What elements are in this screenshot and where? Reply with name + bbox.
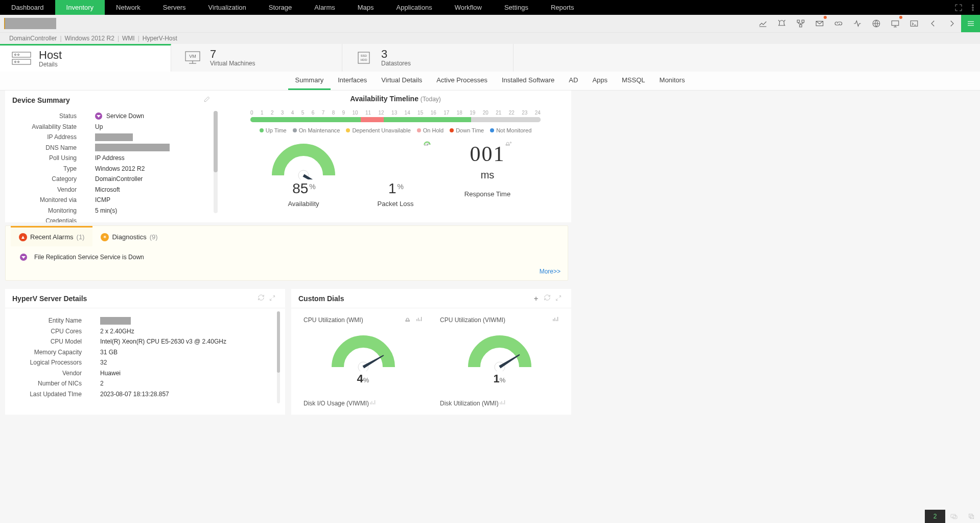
dial-graph-icon[interactable] xyxy=(415,315,423,324)
menu-icon[interactable] xyxy=(961,15,980,32)
globe-icon[interactable] xyxy=(867,15,885,32)
availability-gauge: 85% Availability xyxy=(265,142,342,208)
bottom-stack-icon[interactable] xyxy=(963,510,980,523)
alarm-tab-recent-alarms[interactable]: ▲Recent Alarms (1) xyxy=(11,226,92,246)
alarm-icon[interactable] xyxy=(772,15,791,32)
subtab-summary[interactable]: Summary xyxy=(288,72,331,90)
subtab-interfaces[interactable]: Interfaces xyxy=(331,72,374,90)
crumb-item[interactable]: WMI xyxy=(122,35,135,42)
terminal-icon[interactable] xyxy=(904,15,923,32)
hyperv-scrollbar[interactable] xyxy=(277,311,280,403)
alarms-more-link[interactable]: More>> xyxy=(11,268,568,280)
gauge-settings-icon[interactable] xyxy=(505,140,512,147)
nav-tab-virtualization[interactable]: Virtualization xyxy=(197,0,258,15)
entity-tabs: HostDetailsVM7Virtual MachinesSSDHDD3Dat… xyxy=(0,44,980,72)
dial-settings-icon[interactable] xyxy=(405,315,412,324)
svg-rect-63 xyxy=(953,516,957,519)
dial-0: CPU Utilization (WMI)4% xyxy=(304,315,423,385)
nav-tab-storage[interactable]: Storage xyxy=(258,0,304,15)
crumb-item[interactable]: Windows 2012 R2 xyxy=(65,35,114,42)
subtab-active-processes[interactable]: Active Processes xyxy=(429,72,495,90)
svg-point-18 xyxy=(15,54,16,55)
edit-icon[interactable] xyxy=(201,96,213,104)
ds-icon: SSDHDD xyxy=(354,49,374,66)
svg-rect-62 xyxy=(951,514,955,518)
breadcrumb: DomainController|Windows 2012 R2|WMI|Hyp… xyxy=(0,33,980,44)
fire-icon: ▲ xyxy=(19,233,27,241)
summary-row: StatusService Down xyxy=(5,111,209,121)
nav-tab-network[interactable]: Network xyxy=(105,0,152,15)
subtab-virtual-details[interactable]: Virtual Details xyxy=(374,72,429,90)
bottom-count-badge[interactable]: 2 xyxy=(925,510,945,523)
bottom-bar: 2 xyxy=(925,510,980,523)
subtab-installed-software[interactable]: Installed Software xyxy=(495,72,562,90)
svg-point-1 xyxy=(972,7,974,8)
display-icon[interactable] xyxy=(885,15,904,32)
nav-tab-reports[interactable]: Reports xyxy=(540,0,586,15)
tree-icon[interactable] xyxy=(791,15,810,32)
svg-rect-16 xyxy=(12,52,31,57)
subtab-monitors[interactable]: Monitors xyxy=(652,72,692,90)
svg-marker-34 xyxy=(427,143,430,145)
alarm-text[interactable]: File Replication Service Service is Down xyxy=(34,254,144,261)
more-icon[interactable] xyxy=(966,0,980,15)
nav-tab-maps[interactable]: Maps xyxy=(346,0,385,15)
bottom-chat-icon[interactable] xyxy=(945,510,963,523)
vm-icon: VM xyxy=(182,49,203,66)
nav-tab-servers[interactable]: Servers xyxy=(152,0,197,15)
nav-tab-settings[interactable]: Settings xyxy=(493,0,540,15)
timeline-segment xyxy=(471,117,541,122)
add-dial-icon[interactable]: + xyxy=(530,294,542,303)
host-icon xyxy=(11,50,32,67)
svg-rect-5 xyxy=(797,20,800,22)
refresh-icon[interactable] xyxy=(542,294,553,303)
subtab-mssql[interactable]: MSSQL xyxy=(615,72,652,90)
hyperv-panel: HyperV Server Details Entity NameCPU Cor… xyxy=(5,289,285,415)
mail-icon[interactable] xyxy=(810,15,829,32)
top-navbar: DashboardInventoryNetworkServersVirtuali… xyxy=(0,0,980,15)
svg-rect-11 xyxy=(911,21,918,27)
summary-row: TypeWindows 2012 R2 xyxy=(5,164,209,174)
entity-tab-details[interactable]: HostDetails xyxy=(0,44,171,72)
svg-point-0 xyxy=(972,5,974,6)
dial-graph-icon[interactable] xyxy=(499,399,506,407)
timeline-bar[interactable] xyxy=(250,117,541,122)
fullscreen-icon[interactable] xyxy=(951,0,966,15)
summary-row: Availability StateUp xyxy=(5,122,209,132)
next-icon[interactable] xyxy=(942,15,961,32)
dial-graph-icon[interactable] xyxy=(369,399,376,407)
expand-icon[interactable] xyxy=(267,294,278,303)
crumb-item[interactable]: DomainController xyxy=(9,35,57,42)
chart-icon[interactable] xyxy=(753,15,772,32)
alarm-tab-diagnostics[interactable]: ✶Diagnostics (9) xyxy=(92,226,166,246)
nav-tab-inventory[interactable]: Inventory xyxy=(55,0,105,15)
svg-rect-41 xyxy=(406,320,409,321)
response-time: 001 ms Response Time xyxy=(449,142,526,208)
svg-text:HDD: HDD xyxy=(361,58,368,61)
svg-rect-64 xyxy=(969,514,972,517)
entity-tab-virtual-machines[interactable]: VM7Virtual Machines xyxy=(171,44,342,72)
svg-rect-65 xyxy=(970,515,974,519)
subtab-apps[interactable]: Apps xyxy=(585,72,615,90)
summary-scrollbar[interactable] xyxy=(214,111,218,213)
svg-point-19 xyxy=(18,54,19,55)
status-down-icon xyxy=(95,112,102,120)
crumb-item[interactable]: HyperV-Host xyxy=(143,35,177,42)
svg-text:VM: VM xyxy=(189,54,196,59)
subtab-ad[interactable]: AD xyxy=(562,72,585,90)
expand-icon[interactable] xyxy=(553,294,564,303)
refresh-icon[interactable] xyxy=(255,294,267,303)
nav-tab-dashboard[interactable]: Dashboard xyxy=(0,0,55,15)
timeline-segment xyxy=(250,117,361,122)
nav-tab-workflow[interactable]: Workflow xyxy=(444,0,493,15)
diag-icon: ✶ xyxy=(101,233,109,241)
entity-tab-datastores[interactable]: SSDHDD3Datastores xyxy=(342,44,514,72)
pulse-icon[interactable] xyxy=(848,15,867,32)
nav-tab-alarms[interactable]: Alarms xyxy=(303,0,346,15)
link-icon[interactable] xyxy=(829,15,848,32)
alarm-severity-icon xyxy=(20,254,27,261)
nav-tab-applications[interactable]: Applications xyxy=(385,0,444,15)
dial-graph-icon[interactable] xyxy=(552,315,559,324)
device-slot[interactable] xyxy=(4,18,56,29)
prev-icon[interactable] xyxy=(923,15,942,32)
